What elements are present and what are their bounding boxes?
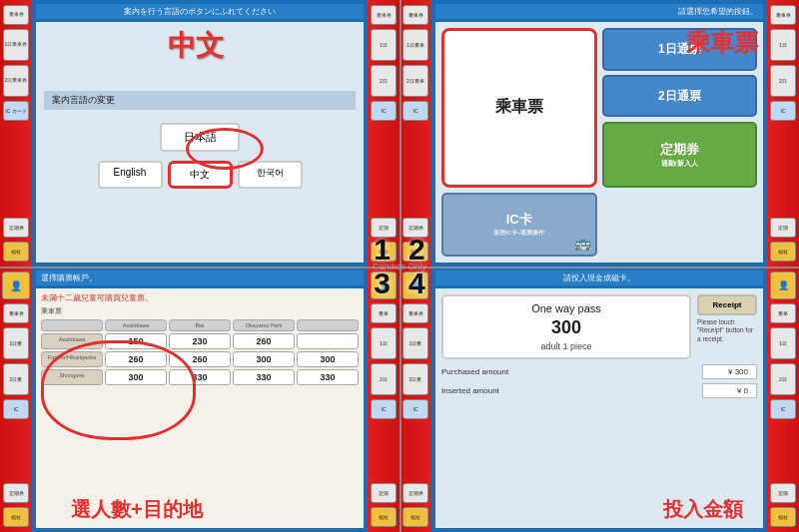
price-300b[interactable]: 300 xyxy=(297,351,359,367)
side-btn-2b[interactable]: 1日乗車 xyxy=(402,29,428,61)
price-260a[interactable]: 260 xyxy=(233,333,295,349)
side-btn-3c[interactable]: 1日乗 xyxy=(3,327,29,359)
price-260b[interactable]: 260 xyxy=(105,351,167,367)
rside-btn-6a[interactable]: 福祉 xyxy=(371,242,397,262)
right-side-panel-3: 👤 乗車 1日 2日 IC 定期 福祉 xyxy=(368,266,400,532)
side-btn-5a[interactable]: 定期券 xyxy=(3,218,29,238)
side-btn-5c[interactable]: IC xyxy=(3,399,29,419)
side-btn-5d[interactable]: IC xyxy=(402,399,428,419)
screen-3: 選擇購票帳戶。 未滿十二歲兒童可購買兒童票。 乘車票 Asahikawa Bie… xyxy=(32,266,368,532)
side-btn-4a[interactable]: IC カード xyxy=(3,101,29,121)
btn-english[interactable]: English xyxy=(98,161,163,189)
rside-btn-1d[interactable]: 👤 xyxy=(770,271,796,299)
rside-btn-4c[interactable]: 2日 xyxy=(371,363,397,395)
rside-btn-1b[interactable]: 乗車券 xyxy=(770,5,796,25)
price-150[interactable]: 150 xyxy=(105,333,167,349)
side-btn-1b[interactable]: 乗車券 xyxy=(402,5,428,25)
rside-btn-2d[interactable]: 乗車 xyxy=(770,303,796,323)
pass-title: One way pass xyxy=(449,302,683,314)
price-330b[interactable]: 330 xyxy=(233,369,295,385)
rside-btn-2b[interactable]: 1日 xyxy=(770,29,796,61)
side-btn-6d[interactable]: 定期券 xyxy=(402,483,428,503)
rside-btn-3b[interactable]: 2日 xyxy=(770,65,796,97)
screen-2: 請選擇您希望的按鈕。 乘車票 乘車票 1日通票 xyxy=(431,0,767,266)
pass-price: 300 xyxy=(449,317,683,338)
panel-ticket-type: 乗車券 1日乗車 2日乗車 IC 定期券 福祉 請選擇您希望的按鈕。 乘車票 xyxy=(400,0,799,266)
btn-chinese[interactable]: 中文 xyxy=(168,161,233,189)
rside-btn-1a[interactable]: 乗車券 xyxy=(371,5,397,25)
price-cell-okayama-h: Okayama Park xyxy=(233,319,295,331)
rside-btn-5a[interactable]: 定期 xyxy=(371,218,397,238)
side-btn-6a[interactable]: 福祉 xyxy=(3,242,29,262)
rside-btn-7d[interactable]: 福祉 xyxy=(770,507,796,527)
panel-station-select: 👤 乗車券 1日乗 2日乗 IC 定期券 福祉 選擇購票帳戶。 未滿十二歲兒童可… xyxy=(0,266,400,532)
ticket-label: 乘車票 xyxy=(41,306,359,316)
rside-btn-3c[interactable]: 1日 xyxy=(371,327,397,359)
panel-insert-money: 👤 乗車券 1日乗 2日乗 IC 定期券 福祉 請投入現金成磁卡。 One wa… xyxy=(400,266,799,532)
side-btn-6c[interactable]: 定期券 xyxy=(3,483,29,503)
screen1-header: 案内を行う言語のボタンにふれてください xyxy=(36,4,364,19)
rside-btn-5c[interactable]: IC xyxy=(371,399,397,419)
rside-btn-6d[interactable]: 定期 xyxy=(770,483,796,503)
btn-ic-card[interactable]: IC卡 某些IC卡+退票操作 🚌 xyxy=(441,193,597,257)
side-btn-1d[interactable]: 👤 xyxy=(402,271,428,299)
rside-btn-3d[interactable]: 1日 xyxy=(770,327,796,359)
price-cell-biei-h: Biei xyxy=(169,319,231,331)
rside-btn-4d[interactable]: 2日 xyxy=(770,363,796,395)
price-330a[interactable]: 330 xyxy=(169,369,231,385)
price-row3-label: Furano/Hikarigaoka xyxy=(41,351,103,367)
dialog-title: 案内言語の変更 xyxy=(44,91,356,110)
screen3-header: 選擇購票帳戶。 xyxy=(36,270,364,285)
btn-japanese[interactable]: 日本語 xyxy=(160,123,240,152)
rside-btn-3a[interactable]: 2日 xyxy=(371,65,397,97)
annotation-select: 選人數+目的地 xyxy=(71,496,203,523)
side-btn-4d[interactable]: 2日乗 xyxy=(402,363,428,395)
side-btn-3b[interactable]: 2日乗車 xyxy=(402,65,428,97)
side-btn-3a[interactable]: 2日乗車券 xyxy=(3,65,29,97)
side-btn-2a[interactable]: 1日乗車券 xyxy=(3,29,29,61)
screen2-content: 乘車票 乘車票 1日通票 2日通票 xyxy=(435,22,763,263)
side-btn-7d[interactable]: 福祉 xyxy=(402,507,428,527)
btn-chepiao-main[interactable]: 乘車票 xyxy=(441,28,597,188)
btn-teikiken[interactable]: 定期券 通勤/新入人 xyxy=(602,122,758,187)
screen2-header: 請選擇您希望的按鈕。 xyxy=(435,4,763,19)
panel-language: 乗車券 1日乗車券 2日乗車券 IC カード 定期券 福祉 案内を行う言語の xyxy=(0,0,400,266)
rside-btn-6b[interactable]: 福祉 xyxy=(770,242,796,262)
side-btn-4c[interactable]: 2日乗 xyxy=(3,363,29,395)
pass-info: adult 1 piece xyxy=(449,341,683,351)
rside-btn-5d[interactable]: IC xyxy=(770,399,796,419)
inserted-value: ¥ 0 xyxy=(702,383,757,398)
left-side-panel-1: 乗車券 1日乗車券 2日乗車券 IC カード 定期券 福祉 xyxy=(0,0,32,266)
rside-btn-2a[interactable]: 1日 xyxy=(371,29,397,61)
price-260c[interactable]: 260 xyxy=(169,351,231,367)
side-btn-1c[interactable]: 👤 xyxy=(2,271,30,299)
rside-btn-6c[interactable]: 定期 xyxy=(371,483,397,503)
side-btn-6b[interactable]: 福祉 xyxy=(402,242,428,262)
rside-btn-1c[interactable]: 👤 xyxy=(371,271,397,299)
side-btn-2d[interactable]: 乗車券 xyxy=(402,303,428,323)
rside-btn-4b[interactable]: IC xyxy=(770,101,796,121)
screen-4: 請投入現金成磁卡。 One way pass 300 adult 1 piece xyxy=(431,266,767,532)
price-300a[interactable]: 300 xyxy=(233,351,295,367)
price-300c[interactable]: 300 xyxy=(105,369,167,385)
rside-btn-5b[interactable]: 定期 xyxy=(770,218,796,238)
price-230[interactable]: 230 xyxy=(169,333,231,349)
left-side-panel-3: 👤 乗車券 1日乗 2日乗 IC 定期券 福祉 xyxy=(0,266,32,532)
right-side-panel-1: 乗車券 1日 2日 IC 定期 福祉 xyxy=(368,0,400,266)
side-btn-4b[interactable]: IC xyxy=(402,101,428,121)
btn-korean[interactable]: 한국어 xyxy=(238,161,303,189)
rside-btn-7c[interactable]: 福祉 xyxy=(371,507,397,527)
rside-btn-2c[interactable]: 乗車 xyxy=(371,303,397,323)
side-btn-3d[interactable]: 1日乗 xyxy=(402,327,428,359)
annotation-chepiao: 乘車票 xyxy=(686,27,758,59)
btn-2day[interactable]: 2日通票 xyxy=(602,75,758,118)
side-btn-1a[interactable]: 乗車券 xyxy=(3,5,29,25)
receipt-button[interactable]: Receipt xyxy=(697,294,757,315)
purchased-value: ¥ 300 xyxy=(702,364,757,379)
side-btn-7c[interactable]: 福祉 xyxy=(3,507,29,527)
price-330c[interactable]: 330 xyxy=(297,369,359,385)
side-btn-2c[interactable]: 乗車券 xyxy=(3,303,29,323)
side-btn-5b[interactable]: 定期券 xyxy=(402,218,428,238)
right-side-panel-4: 👤 乗車 1日 2日 IC 定期 福祉 xyxy=(767,266,799,532)
rside-btn-4a[interactable]: IC xyxy=(371,101,397,121)
